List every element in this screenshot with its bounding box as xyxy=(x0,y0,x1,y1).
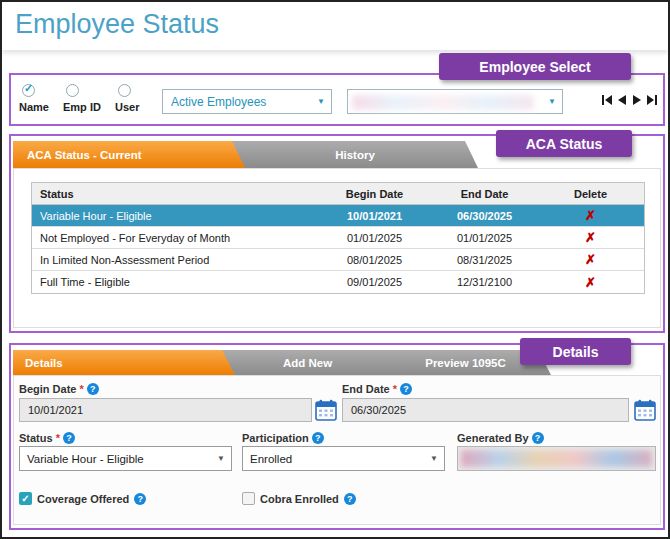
name-radio[interactable]: ✓ xyxy=(22,84,35,97)
chevron-down-icon: ▼ xyxy=(217,454,231,463)
coverage-offered-checkbox[interactable]: ✓ xyxy=(19,492,32,505)
table-header-row: Status Begin Date End Date Delete xyxy=(32,183,644,205)
tab-history[interactable]: History xyxy=(232,141,478,168)
aca-status-panel: ACA Status - Current History Status Begi… xyxy=(9,134,665,333)
employee-name-select[interactable]: ▼ xyxy=(347,89,563,114)
next-icon xyxy=(631,94,643,106)
end-date-label-text: End Date xyxy=(342,383,390,395)
cell-delete: ✗ xyxy=(537,208,644,223)
cell-end-date: 06/30/2025 xyxy=(432,210,537,222)
delete-x-icon[interactable]: ✗ xyxy=(585,275,596,290)
status-select-value: Variable Hour - Eligible xyxy=(20,453,144,465)
redacted-generated-by xyxy=(461,450,652,467)
generated-by-field xyxy=(457,446,656,471)
first-record-button[interactable] xyxy=(600,93,613,106)
participation-select[interactable]: Enrolled ▼ xyxy=(242,446,445,471)
cell-status: In Limited Non-Assessment Period xyxy=(32,254,317,266)
user-radio-label: User xyxy=(115,101,139,113)
help-icon[interactable]: ? xyxy=(134,493,146,505)
begin-date-label: Begin Date * ? xyxy=(19,383,99,395)
previous-icon xyxy=(616,94,628,106)
table-row[interactable]: In Limited Non-Assessment Period 08/01/2… xyxy=(32,249,644,271)
aca-tab-bar: ACA Status - Current History xyxy=(13,141,478,168)
help-icon[interactable]: ? xyxy=(312,432,324,444)
generated-by-label: Generated By ? xyxy=(457,432,544,444)
skip-first-icon xyxy=(601,94,613,106)
coverage-offered-label: Coverage Offered xyxy=(37,493,129,505)
check-icon: ✓ xyxy=(24,83,33,94)
details-tab-bar: Details Add New Preview 1095C xyxy=(13,350,551,375)
search-mode-user[interactable]: User xyxy=(115,84,139,113)
begin-date-input[interactable] xyxy=(19,398,312,422)
delete-x-icon[interactable]: ✗ xyxy=(585,252,596,267)
employee-filter-select[interactable]: Active Employees ▼ xyxy=(162,89,332,114)
end-date-calendar-button[interactable] xyxy=(634,399,656,421)
help-icon[interactable]: ? xyxy=(400,383,412,395)
cobra-enrolled-label: Cobra Enrolled xyxy=(260,493,339,505)
begin-date-calendar-button[interactable] xyxy=(315,399,337,421)
next-record-button[interactable] xyxy=(630,93,643,106)
chevron-down-icon: ▼ xyxy=(548,97,562,106)
table-row[interactable]: Full Time - Eligible 09/01/2025 12/31/21… xyxy=(32,271,644,293)
table-row[interactable]: Not Employed - For Everyday of Month 01/… xyxy=(32,227,644,249)
col-header-begin-date: Begin Date xyxy=(317,188,432,200)
participation-label: Participation ? xyxy=(242,432,324,444)
calendar-icon xyxy=(315,399,337,421)
record-navigation xyxy=(600,93,658,106)
cell-status: Variable Hour - Eligible xyxy=(32,210,317,222)
callout-details: Details xyxy=(520,338,631,365)
chevron-down-icon: ▼ xyxy=(317,97,331,106)
search-mode-name[interactable]: ✓ Name xyxy=(19,84,49,113)
tab-details[interactable]: Details xyxy=(13,350,235,375)
last-record-button[interactable] xyxy=(645,93,658,106)
help-icon[interactable]: ? xyxy=(344,493,356,505)
col-header-end-date: End Date xyxy=(432,188,537,200)
cell-end-date: 01/01/2025 xyxy=(432,232,537,244)
user-radio[interactable] xyxy=(118,84,131,97)
callout-employee-select: Employee Select xyxy=(439,53,631,80)
help-icon[interactable]: ? xyxy=(87,383,99,395)
cobra-enrolled-checkbox[interactable] xyxy=(242,492,255,505)
chevron-down-icon: ▼ xyxy=(430,454,444,463)
search-mode-empid[interactable]: Emp ID xyxy=(63,84,101,113)
cell-delete: ✗ xyxy=(537,230,644,245)
app-window: Employee Status Employee Select ACA Stat… xyxy=(0,0,670,539)
status-label-text: Status xyxy=(19,432,53,444)
page-title: Employee Status xyxy=(15,9,219,40)
coverage-offered-row: ✓ Coverage Offered ? xyxy=(19,492,146,505)
cell-status: Full Time - Eligible xyxy=(32,276,317,288)
end-date-input[interactable] xyxy=(342,398,629,422)
name-radio-label: Name xyxy=(19,101,49,113)
generated-by-label-text: Generated By xyxy=(457,432,529,444)
tab-aca-status-current[interactable]: ACA Status - Current xyxy=(13,141,245,168)
tab-add-new[interactable]: Add New xyxy=(222,350,393,375)
cell-begin-date: 01/01/2025 xyxy=(317,232,432,244)
status-select[interactable]: Variable Hour - Eligible ▼ xyxy=(19,446,232,471)
cell-end-date: 08/31/2025 xyxy=(432,254,537,266)
employee-filter-value: Active Employees xyxy=(163,95,266,109)
check-icon: ✓ xyxy=(21,493,29,504)
empid-radio[interactable] xyxy=(66,84,79,97)
col-header-delete: Delete xyxy=(537,188,644,200)
details-panel: Details Add New Preview 1095C Begin Date… xyxy=(9,343,665,530)
previous-record-button[interactable] xyxy=(615,93,628,106)
cell-delete: ✗ xyxy=(537,275,644,290)
participation-select-value: Enrolled xyxy=(243,453,292,465)
cell-end-date: 12/31/2100 xyxy=(432,276,537,288)
help-icon[interactable]: ? xyxy=(63,432,75,444)
table-row[interactable]: Variable Hour - Eligible 10/01/2021 06/3… xyxy=(32,205,644,227)
required-marker: * xyxy=(56,432,60,444)
cell-begin-date: 10/01/2021 xyxy=(317,210,432,222)
delete-x-icon[interactable]: ✗ xyxy=(585,230,596,245)
delete-x-icon[interactable]: ✗ xyxy=(585,208,596,223)
cobra-enrolled-row: Cobra Enrolled ? xyxy=(242,492,356,505)
end-date-label: End Date * ? xyxy=(342,383,412,395)
help-icon[interactable]: ? xyxy=(532,432,544,444)
redacted-employee-name xyxy=(352,95,534,110)
required-marker: * xyxy=(393,383,397,395)
empid-radio-label: Emp ID xyxy=(63,101,101,113)
participation-label-text: Participation xyxy=(242,432,309,444)
required-marker: * xyxy=(79,383,83,395)
status-label: Status * ? xyxy=(19,432,75,444)
cell-begin-date: 08/01/2025 xyxy=(317,254,432,266)
